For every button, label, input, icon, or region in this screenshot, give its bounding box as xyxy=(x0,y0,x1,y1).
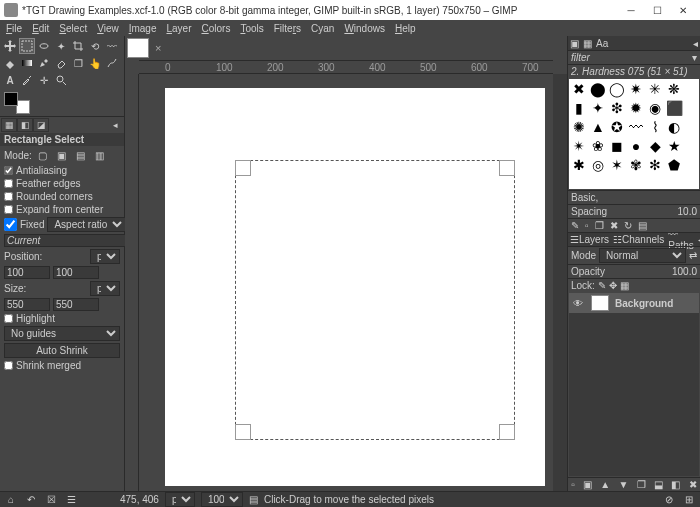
brush-item[interactable]: ✾ xyxy=(627,156,645,174)
menu-file[interactable]: File xyxy=(2,22,26,35)
tab-font-icon[interactable]: Aa xyxy=(596,38,608,49)
filter-menu-icon[interactable]: ▾ xyxy=(692,52,697,63)
lock-position-icon[interactable]: ✥ xyxy=(609,280,617,291)
brush-item[interactable]: ✶ xyxy=(608,156,626,174)
menu-select[interactable]: Select xyxy=(55,22,91,35)
brush-item[interactable]: ✺ xyxy=(570,118,588,136)
zoom-select[interactable]: 100 % xyxy=(201,492,243,507)
tab-tool-options-icon[interactable]: ▦ xyxy=(1,118,17,132)
clone-tool-icon[interactable]: ❐ xyxy=(70,55,86,71)
sb-cancel-icon[interactable]: ⊘ xyxy=(662,493,676,507)
menu-filters[interactable]: Filters xyxy=(270,22,305,35)
handle-top-left[interactable] xyxy=(235,160,251,176)
ruler-vertical[interactable] xyxy=(125,74,139,491)
fill-tool-icon[interactable] xyxy=(2,55,18,71)
size-unit-select[interactable]: px xyxy=(90,281,120,296)
sb-config-icon[interactable]: ☰ xyxy=(64,493,78,507)
brush-item[interactable]: ★ xyxy=(665,137,683,155)
handle-bottom-left[interactable] xyxy=(235,424,251,440)
selection-marquee[interactable] xyxy=(235,160,515,440)
del-brush-icon[interactable]: ✖ xyxy=(610,220,618,231)
brush-item[interactable]: ▲ xyxy=(589,118,607,136)
warp-tool-icon[interactable]: 〰 xyxy=(104,38,120,54)
size-h-input[interactable] xyxy=(53,298,99,311)
highlight-option[interactable]: Highlight xyxy=(0,312,124,325)
move-tool-icon[interactable] xyxy=(2,38,18,54)
brush-item[interactable]: ✳ xyxy=(646,80,664,98)
transform-tool-icon[interactable]: ⟲ xyxy=(87,38,103,54)
crop-tool-icon[interactable] xyxy=(70,38,86,54)
gradient-tool-icon[interactable] xyxy=(19,55,35,71)
brush-item[interactable]: 〰 xyxy=(627,118,645,136)
tab-brush-icon[interactable]: ▣ xyxy=(570,38,579,49)
pos-unit-select[interactable]: px xyxy=(90,249,120,264)
document-tab[interactable]: × xyxy=(125,36,567,60)
expand-option[interactable]: Expand from center xyxy=(0,203,124,216)
brush-item[interactable]: ⌇ xyxy=(646,118,664,136)
open-brush-icon[interactable]: ▤ xyxy=(638,220,647,231)
sb-undo-icon[interactable]: ↶ xyxy=(24,493,38,507)
mask-icon[interactable]: ◧ xyxy=(671,479,680,490)
fixed-select[interactable]: Aspect ratio xyxy=(47,217,126,232)
menu-layer[interactable]: Layer xyxy=(162,22,195,35)
menu-edit[interactable]: Edit xyxy=(28,22,53,35)
autoshrink-button[interactable]: Auto Shrink xyxy=(4,343,120,358)
tab-channels[interactable]: ☷Channels xyxy=(613,234,664,245)
brush-item[interactable]: ⬤ xyxy=(589,80,607,98)
brush-item[interactable]: ⬟ xyxy=(665,156,683,174)
menu-windows[interactable]: Windows xyxy=(340,22,389,35)
mode-add-icon[interactable]: ▣ xyxy=(54,147,70,163)
lock-alpha-icon[interactable]: ▦ xyxy=(620,280,629,291)
tab-images-icon[interactable]: ◪ xyxy=(33,118,49,132)
brush-item[interactable]: ◎ xyxy=(589,156,607,174)
tab-pattern-icon[interactable]: ▦ xyxy=(583,38,592,49)
brush-grid[interactable]: ✖ ⬤ ◯ ✷ ✳ ❋ ▮ ✦ ❇ ✹ ◉ ⬛ ✺ ▲ ✪ 〰 ⌇ ◐ ✴ ❀ … xyxy=(569,79,699,189)
shrinkmerged-option[interactable]: Shrink merged xyxy=(0,359,124,372)
path-tool-icon[interactable] xyxy=(104,55,120,71)
eraser-tool-icon[interactable] xyxy=(53,55,69,71)
size-w-input[interactable] xyxy=(4,298,50,311)
brush-item[interactable]: ❇ xyxy=(608,99,626,117)
menu-cyan[interactable]: Cyan xyxy=(307,22,338,35)
layer-name[interactable]: Background xyxy=(615,298,673,309)
fuzzy-select-tool-icon[interactable]: ✦ xyxy=(53,38,69,54)
brush-item[interactable]: ● xyxy=(627,137,645,155)
brush-item[interactable]: ❋ xyxy=(665,80,683,98)
group-icon[interactable]: ▣ xyxy=(583,479,592,490)
rect-select-tool-icon[interactable] xyxy=(19,38,35,54)
brush-item[interactable]: ✴ xyxy=(570,137,588,155)
visibility-icon[interactable]: 👁 xyxy=(573,298,585,309)
brush-item[interactable]: ✪ xyxy=(608,118,626,136)
menu-help[interactable]: Help xyxy=(391,22,420,35)
refresh-brush-icon[interactable]: ↻ xyxy=(624,220,632,231)
maximize-button[interactable]: ☐ xyxy=(644,0,670,20)
brush-item[interactable]: ✦ xyxy=(589,99,607,117)
text-tool-icon[interactable]: A xyxy=(2,72,18,88)
minimize-button[interactable]: ─ xyxy=(618,0,644,20)
delete-layer-icon[interactable]: ✖ xyxy=(689,479,697,490)
sb-nav-icon[interactable]: ⊞ xyxy=(682,493,696,507)
close-button[interactable]: ✕ xyxy=(670,0,696,20)
brush-item[interactable]: ✹ xyxy=(627,99,645,117)
rounded-option[interactable]: Rounded corners xyxy=(0,190,124,203)
free-select-tool-icon[interactable] xyxy=(36,38,52,54)
mode-int-icon[interactable]: ▥ xyxy=(92,147,108,163)
menu-view[interactable]: View xyxy=(93,22,123,35)
edit-brush-icon[interactable]: ✎ xyxy=(571,220,579,231)
canvas-viewport[interactable] xyxy=(139,74,553,491)
feather-option[interactable]: Feather edges xyxy=(0,177,124,190)
tab-device-icon[interactable]: ◧ xyxy=(17,118,33,132)
brush-item[interactable]: ✖ xyxy=(570,80,588,98)
merge-icon[interactable]: ⬓ xyxy=(654,479,663,490)
mode-switch-icon[interactable]: ⇄ xyxy=(689,250,697,261)
spacing-value[interactable]: 10.0 xyxy=(678,206,697,217)
current-input[interactable] xyxy=(4,234,137,247)
picker-tool-icon[interactable] xyxy=(19,72,35,88)
handle-top-right[interactable] xyxy=(499,160,515,176)
layer-row[interactable]: 👁 Background xyxy=(569,293,699,313)
brush-item[interactable]: ◯ xyxy=(608,80,626,98)
sb-home-icon[interactable]: ⌂ xyxy=(4,493,18,507)
brush-item[interactable]: ❀ xyxy=(589,137,607,155)
menu-tools[interactable]: Tools xyxy=(236,22,267,35)
dup-brush-icon[interactable]: ❐ xyxy=(595,220,604,231)
